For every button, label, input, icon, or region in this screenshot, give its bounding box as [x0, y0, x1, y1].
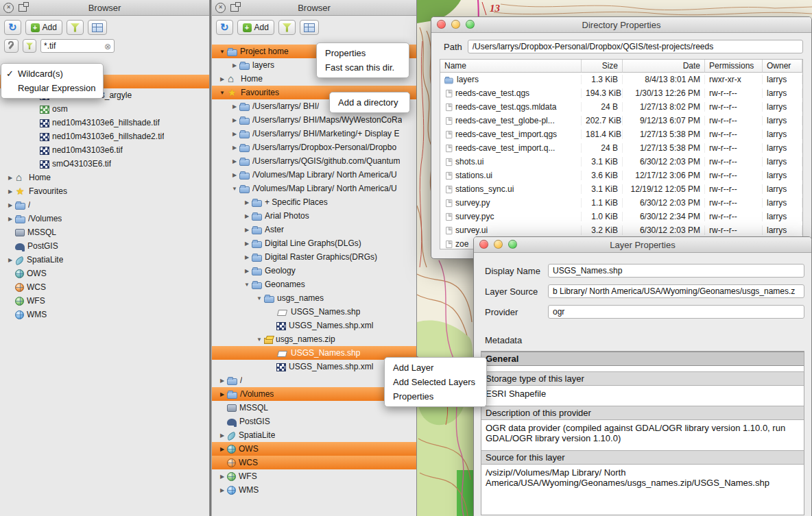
expander-icon[interactable]: ▶: [230, 117, 239, 123]
properties-widget-button[interactable]: [300, 20, 319, 35]
tree-item-arial-photos[interactable]: ▶Arial Photos: [212, 209, 416, 223]
column-header-owner[interactable]: Owner: [763, 60, 802, 73]
tree-item-users-larrys-dropbox-personal-dropbo[interactable]: ▶/Users/larrys/Dropbox-Personal/Dropbo: [212, 140, 416, 154]
tree-item-digital-raster-graphics-drgs[interactable]: ▶Digital Raster Graphics(DRGs): [212, 250, 416, 264]
expander-icon[interactable]: ▶: [217, 76, 227, 82]
menu-item-properties[interactable]: Properties: [385, 389, 486, 404]
table-row-survey-py[interactable]: survey.py1.1 KiB6/30/12 2:03 PMrw-r--r--…: [440, 196, 802, 210]
expander-icon[interactable]: ▶: [242, 241, 252, 247]
tree-item-wcs[interactable]: WCS: [0, 280, 209, 294]
tree-item-volumes-map-library-north-america-u[interactable]: ▼/Volumes/Map Library/ North America/U: [212, 182, 416, 195]
expander-icon[interactable]: ▶: [5, 175, 15, 181]
table-row-survey-pyc[interactable]: survey.pyc1.0 KiB6/30/12 2:34 PMrw-r--r-…: [440, 210, 802, 223]
tree-item-osm[interactable]: osm: [0, 102, 209, 116]
table-row-reeds-cave-test-qgs[interactable]: reeds-cave_test.qgs194.3 KiB1/30/13 12:2…: [440, 86, 802, 100]
properties-widget-button[interactable]: [88, 20, 107, 35]
add-button[interactable]: +Add: [237, 20, 274, 35]
tree-item-geology[interactable]: ▶Geology: [212, 264, 416, 278]
menu-item-add-layer[interactable]: Add Layer: [385, 360, 486, 375]
expander-icon[interactable]: ▶: [217, 446, 227, 452]
table-row-reeds-cave-test-qgs-mldata[interactable]: reeds-cave_test.qgs.mldata24 B1/27/13 8:…: [440, 100, 802, 114]
expander-icon[interactable]: ▶: [242, 268, 252, 274]
expander-icon[interactable]: ▶: [5, 257, 15, 263]
expander-icon[interactable]: ▶: [230, 103, 239, 110]
expander-icon[interactable]: ▶: [217, 378, 227, 384]
expander-icon[interactable]: ▼: [217, 90, 227, 96]
table-row-stations-ui[interactable]: stations.ui3.6 KiB12/17/12 3:06 PMrw-r--…: [440, 169, 802, 182]
expander-icon[interactable]: ▶: [230, 62, 239, 69]
column-header-date[interactable]: Date: [623, 60, 705, 73]
filter-button[interactable]: [67, 20, 84, 35]
tree-item-favourites[interactable]: ▶Favourites: [0, 184, 209, 198]
tree-item-volumes[interactable]: ▶/Volumes: [0, 212, 209, 225]
expander-icon[interactable]: ▶: [217, 474, 227, 480]
menu-item-wildcard-s[interactable]: Wildcard(s): [1, 66, 103, 81]
tree-item-usgs-names-shp[interactable]: USGS_Names.shp: [212, 305, 416, 319]
expander-icon[interactable]: ▶: [217, 432, 227, 439]
table-row-stations-sync-ui[interactable]: stations_sync.ui3.1 KiB12/19/12 12:05 PM…: [440, 182, 802, 196]
tree-item-home[interactable]: ▶Home: [0, 171, 209, 184]
refresh-button[interactable]: [4, 20, 21, 35]
filter-input[interactable]: [44, 41, 104, 51]
tree-item-users-larrys-qgis-github-com-quantum[interactable]: ▶/Users/larrys/QGIS/github.com/Quantum: [212, 154, 416, 168]
menu-item-regular-expression[interactable]: Regular Expression: [1, 81, 103, 95]
tree-item-wfs[interactable]: WFS: [0, 294, 209, 308]
table-row-reeds-cave-test-globe-pl[interactable]: reeds-cave_test_globe-pl...202.7 KiB9/12…: [440, 114, 802, 127]
tree-item-wms[interactable]: WMS: [0, 308, 209, 321]
expander-icon[interactable]: ▼: [217, 49, 227, 55]
close-window-button[interactable]: [479, 240, 488, 249]
tree-item-geonames[interactable]: ▼Geonames: [212, 278, 416, 291]
filter-button[interactable]: [278, 20, 296, 35]
menu-item-fast-scan-this-dir[interactable]: Fast scan this dir.: [317, 60, 409, 75]
table-row-reeds-cave-test-import-q[interactable]: reeds-cave_test_import.q...24 B1/27/13 5…: [440, 141, 802, 155]
table-row-survey-ui[interactable]: survey.ui3.2 KiB6/30/12 2:03 PMrw-r--r--…: [440, 223, 802, 237]
tree-item-users-larrys-bhi-marketing-display-e[interactable]: ▶/Users/larrys/ BHI/Marketing/+ Display …: [212, 127, 416, 140]
tree-item-ned10m43103e6-hillshade2-tif[interactable]: ned10m43103e6_hillshade2.tif: [0, 130, 209, 143]
clear-filter-icon[interactable]: [104, 40, 111, 52]
menu-item-add-selected-layers[interactable]: Add Selected Layers: [385, 375, 486, 389]
tree-item-smo43103e6-tif[interactable]: smO43103E6.tif: [0, 157, 209, 171]
tree-item-wfs[interactable]: ▶WFS: [212, 469, 416, 483]
tree-item-digital-line-graphs-dlgs[interactable]: ▶Digital Line Graphs(DLGs): [212, 236, 416, 250]
tree-item-mssql[interactable]: MSSQL: [0, 225, 209, 239]
field-input-display-name[interactable]: [548, 264, 804, 278]
menu-item-add-a-directory[interactable]: Add a directory: [330, 95, 409, 110]
close-window-button[interactable]: [437, 20, 446, 29]
column-header-size[interactable]: Size: [582, 60, 623, 73]
expander-icon[interactable]: ▶: [5, 188, 15, 195]
expander-icon[interactable]: ▶: [230, 145, 239, 151]
table-row-reeds-cave-test-import-qgs[interactable]: reeds-cave_test_import.qgs181.4 KiB1/27/…: [440, 127, 802, 141]
tree-item-wms[interactable]: ▶WMS: [212, 483, 416, 497]
tree-item-specific-places[interactable]: ▶+ Specific Places: [212, 195, 416, 209]
expander-icon[interactable]: ▶: [242, 199, 252, 206]
expander-icon[interactable]: ▼: [230, 186, 239, 192]
column-header-permissions[interactable]: Permissions: [705, 60, 763, 73]
tree-item-ned10m43103e6-hillshade-tif[interactable]: ned10m43103e6_hillshade.tif: [0, 116, 209, 130]
expander-icon[interactable]: ▶: [230, 131, 239, 137]
tree-item-users-larrys-bhi-maps-wywestoncora[interactable]: ▶/Users/larrys/ BHI/Maps/WyWestonCoRa: [212, 113, 416, 127]
tree-item-item[interactable]: ▶/: [0, 198, 209, 212]
filter-options-button[interactable]: [4, 39, 19, 53]
field-input-layer-source[interactable]: [548, 284, 804, 298]
minimize-window-button[interactable]: [494, 240, 503, 249]
table-row-shots-ui[interactable]: shots.ui3.1 KiB6/30/12 2:03 PMrw-r--r--l…: [440, 155, 802, 169]
close-panel-icon[interactable]: ✕: [215, 3, 226, 13]
expander-icon[interactable]: ▶: [230, 158, 239, 164]
tree-item-postgis[interactable]: PostGIS: [0, 239, 209, 253]
expander-icon[interactable]: ▶: [5, 216, 15, 222]
tree-item-wcs[interactable]: WCS: [212, 456, 416, 469]
expander-icon[interactable]: ▼: [254, 336, 264, 343]
tree-item-spatialite[interactable]: ▶SpatiaLite: [212, 428, 416, 442]
tree-item-postgis[interactable]: PostGIS: [212, 415, 416, 428]
float-panel-icon[interactable]: [230, 4, 239, 12]
tree-item-usgs-names-shp-xml[interactable]: USGS_Names.shp.xml: [212, 319, 416, 332]
expander-icon[interactable]: ▶: [242, 213, 252, 219]
field-input-provider[interactable]: [548, 305, 804, 319]
expander-icon[interactable]: ▶: [242, 254, 252, 260]
expander-icon[interactable]: ▶: [230, 172, 239, 178]
expander-icon[interactable]: ▶: [5, 202, 15, 208]
float-panel-icon[interactable]: [19, 4, 27, 12]
tree-item-ows[interactable]: ▶OWS: [212, 442, 416, 456]
refresh-button[interactable]: [216, 20, 233, 35]
tree-item-volumes-map-library-north-america-u[interactable]: ▶/Volumes/Map Library/ North America/U: [212, 168, 416, 182]
